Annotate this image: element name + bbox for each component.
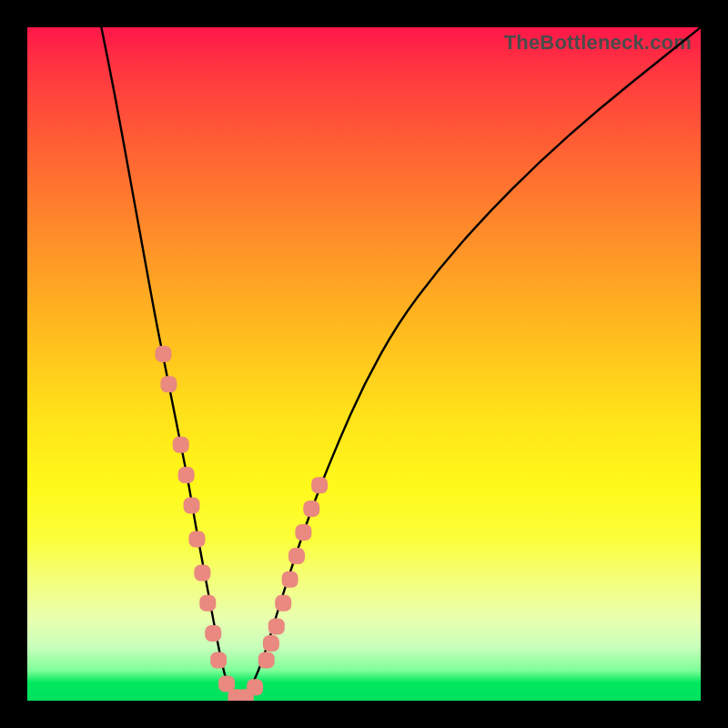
marker-dot: [194, 564, 210, 581]
chart-overlay: [27, 27, 701, 701]
marker-dot: [205, 625, 221, 642]
marker-dot: [247, 679, 263, 695]
marker-dot: [210, 652, 227, 669]
marker-dot: [173, 437, 189, 453]
marker-dot: [275, 595, 291, 612]
marker-dot: [258, 652, 275, 669]
marker-dot: [295, 524, 311, 541]
marker-dot: [263, 635, 279, 652]
marker-dot: [288, 548, 305, 564]
marker-dot: [155, 346, 171, 362]
marker-dots: [155, 346, 328, 701]
marker-dot: [199, 595, 216, 612]
plot-area: TheBottleneck.com: [27, 27, 701, 701]
chart-frame: TheBottleneck.com: [0, 0, 728, 728]
marker-dot: [178, 467, 195, 483]
marker-dot: [311, 477, 328, 493]
marker-dot: [268, 619, 285, 635]
marker-dot: [160, 376, 177, 392]
marker-dot: [188, 531, 205, 547]
marker-dot: [303, 500, 319, 517]
marker-dot: [184, 497, 200, 513]
curve-line: [101, 27, 701, 700]
marker-dot: [282, 571, 298, 588]
